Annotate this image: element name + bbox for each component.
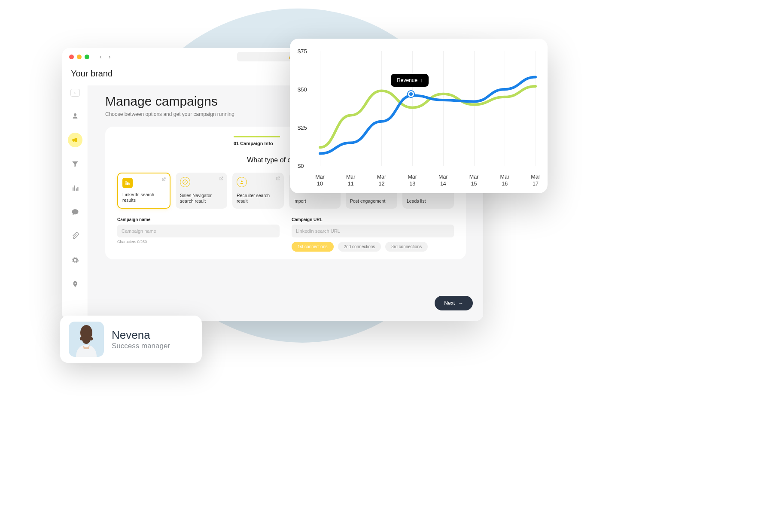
tile-label: Recruiter search result (237, 193, 280, 204)
campaign-url-label: Campaign URL (292, 217, 454, 222)
linkedin-icon (122, 178, 133, 188)
sidebar: › (62, 85, 88, 321)
x-tick: Mar11 (346, 173, 356, 188)
gear-icon (71, 256, 79, 264)
x-tick: Mar14 (438, 173, 448, 188)
pill-1st-connections[interactable]: 1st connections (292, 242, 334, 252)
tile-label: Sales Navigator search result (180, 193, 223, 204)
avatar (69, 322, 104, 357)
tile-label: Import (293, 198, 336, 204)
compass-icon (180, 177, 190, 187)
paperclip-icon (71, 232, 79, 240)
x-tick: Mar17 (531, 173, 540, 188)
tile-linkedin-search[interactable]: LinkedIn search results (117, 173, 170, 209)
pill-3rd-connections[interactable]: 3rd connections (385, 242, 428, 252)
sidebar-item-attachments[interactable] (68, 229, 82, 243)
funnel-icon (71, 160, 79, 168)
back-button[interactable]: ‹ (97, 52, 104, 61)
campaign-name-label: Campaign name (117, 217, 280, 222)
character-count: Characters 0/250 (117, 240, 280, 244)
nav-arrows: ‹ › (97, 52, 113, 61)
external-icon (161, 177, 166, 182)
y-tick: $25 (298, 125, 307, 131)
external-icon (219, 176, 224, 181)
arrow-right-icon: → (458, 300, 463, 306)
rocket-icon (71, 280, 79, 288)
pill-2nd-connections[interactable]: 2nd connections (338, 242, 381, 252)
chart-line-green (320, 86, 536, 147)
sidebar-item-profile[interactable] (68, 109, 82, 123)
close-icon[interactable] (69, 55, 74, 59)
revenue-chart-card: $0$25$50$75Mar10Mar11Mar12Mar13Mar14Mar1… (290, 39, 548, 193)
maximize-icon[interactable] (85, 55, 89, 59)
x-tick: Mar12 (377, 173, 387, 188)
sidebar-item-analytics[interactable] (68, 181, 82, 195)
y-tick: $50 (298, 86, 307, 93)
window-controls (69, 55, 89, 59)
tile-label: LinkedIn search results (122, 192, 165, 204)
megaphone-icon (71, 136, 79, 144)
sidebar-item-chat[interactable] (68, 205, 82, 219)
sidebar-item-filter[interactable] (68, 157, 82, 171)
bars-icon (71, 184, 79, 192)
recruiter-icon (237, 177, 247, 187)
person-icon (71, 112, 79, 120)
grid-line (536, 51, 536, 166)
x-tick: Mar16 (500, 173, 510, 188)
next-button[interactable]: Next → (435, 296, 473, 310)
person-card: Nevena Success manager (60, 316, 202, 363)
svg-point-2 (241, 181, 243, 182)
sidebar-item-boost[interactable] (68, 277, 82, 292)
minimize-icon[interactable] (77, 55, 82, 59)
x-tick: Mar10 (315, 173, 325, 188)
campaign-url-input[interactable] (292, 225, 454, 237)
person-name: Nevena (112, 328, 170, 342)
sidebar-item-campaigns[interactable] (68, 133, 82, 147)
chat-icon (71, 208, 79, 216)
x-tick: Mar13 (408, 173, 417, 188)
person-role: Success manager (112, 342, 170, 350)
campaign-name-input[interactable] (117, 225, 280, 237)
next-label: Next (444, 300, 455, 306)
forward-button[interactable]: › (106, 52, 113, 61)
external-icon (275, 176, 280, 181)
y-tick: $75 (298, 48, 307, 55)
form-row: Campaign name Characters 0/250 Campaign … (117, 217, 454, 252)
tile-label: Post engagement (350, 198, 393, 204)
y-tick: $0 (298, 163, 304, 169)
sidebar-item-settings[interactable] (68, 253, 82, 268)
tile-recruiter[interactable]: Recruiter search result (232, 173, 284, 209)
chart-tooltip: Revenue↑ (391, 74, 429, 87)
tile-sales-navigator[interactable]: Sales Navigator search result (176, 173, 227, 209)
sidebar-collapse[interactable]: › (70, 89, 80, 97)
chart-area: $0$25$50$75Mar10Mar11Mar12Mar13Mar14Mar1… (298, 49, 536, 187)
x-tick: Mar15 (469, 173, 479, 188)
connection-pills: 1st connections 2nd connections 3rd conn… (292, 242, 454, 252)
tile-label: Leads list (407, 198, 450, 204)
step-1[interactable]: 01 Campaign Info (234, 136, 280, 146)
